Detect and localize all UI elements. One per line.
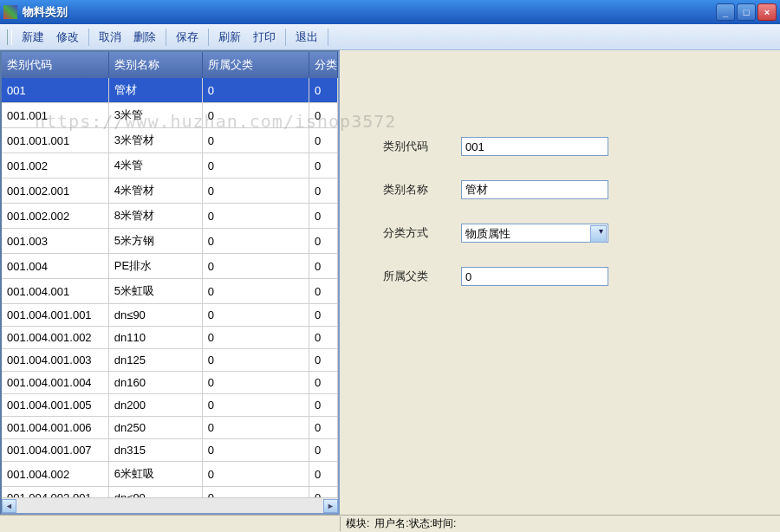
minimize-button[interactable]: _ — [716, 3, 735, 21]
table-row[interactable]: 001.0024米管00 — [2, 153, 338, 178]
table-row[interactable]: 001.0013米管00 — [2, 103, 338, 128]
cell-code: 001.004.001.004 — [2, 372, 108, 394]
cell-parent: 0 — [202, 417, 309, 439]
cancel-button[interactable]: 取消 — [93, 26, 127, 49]
print-button[interactable]: 打印 — [247, 26, 282, 49]
maximize-button[interactable]: □ — [737, 3, 756, 21]
cell-cls: 0 — [309, 204, 337, 229]
horizontal-scrollbar[interactable]: ◄ ► — [2, 497, 338, 513]
cell-cls: 0 — [309, 178, 337, 204]
toolbar-separator — [88, 29, 89, 46]
table-row[interactable]: 001.004.001.006dn25000 — [2, 417, 338, 439]
refresh-button[interactable]: 刷新 — [212, 26, 247, 49]
cell-parent: 0 — [202, 279, 309, 304]
cell-parent: 0 — [202, 304, 309, 327]
table-row[interactable]: 001.004.002.001dn≤9000 — [2, 487, 338, 498]
parent-label: 所属父类 — [383, 269, 461, 284]
toolbar-grip — [7, 29, 12, 45]
cell-code: 001.004 — [2, 254, 108, 279]
cell-code: 001.004.001.003 — [2, 349, 108, 372]
cell-code: 001.001 — [2, 103, 108, 128]
app-icon — [3, 5, 17, 19]
new-button[interactable]: 新建 — [16, 26, 50, 49]
form-row-code: 类别代码 — [383, 137, 737, 156]
statusbar: 模块: 用户名: 状态: 时间: — [0, 515, 780, 532]
cell-name: 管材 — [108, 78, 202, 103]
table-pane: 类别代码 类别名称 所属父类 分类 001管材00001.0013米管00001… — [0, 50, 340, 515]
status-module: 模块: — [340, 516, 374, 531]
cell-cls: 0 — [309, 153, 337, 178]
table-row[interactable]: 001.002.0014米管材00 — [2, 178, 338, 204]
cell-code: 001.004.001.006 — [2, 417, 108, 439]
name-field[interactable] — [461, 180, 608, 199]
exit-button[interactable]: 退出 — [289, 26, 324, 49]
scroll-left-icon[interactable]: ◄ — [2, 499, 16, 513]
cell-cls: 0 — [309, 229, 337, 254]
cell-code: 001.004.001.001 — [2, 304, 108, 327]
method-select[interactable]: 物质属性 — [461, 224, 608, 243]
table-row[interactable]: 001.004PE排水00 — [2, 254, 338, 279]
cell-code: 001.004.001.007 — [2, 439, 108, 462]
table-header-row: 类别代码 类别名称 所属父类 分类 — [2, 52, 338, 78]
cell-name: 8米管材 — [108, 204, 202, 229]
cell-parent: 0 — [202, 327, 309, 349]
cell-parent: 0 — [202, 394, 309, 417]
header-cls[interactable]: 分类 — [309, 52, 337, 78]
cell-cls: 0 — [309, 103, 337, 128]
scroll-right-icon[interactable]: ► — [323, 499, 338, 513]
table-row[interactable]: 001.004.001.002dn11000 — [2, 327, 338, 349]
cell-code: 001.004.002 — [2, 462, 108, 487]
save-button[interactable]: 保存 — [170, 26, 205, 49]
table-row[interactable]: 001.0035米方钢00 — [2, 229, 338, 254]
code-field[interactable] — [461, 137, 608, 156]
cell-parent: 0 — [202, 349, 309, 372]
header-name[interactable]: 类别名称 — [108, 52, 202, 78]
titlebar: 物料类别 _ □ × — [0, 0, 780, 24]
delete-button[interactable]: 删除 — [127, 26, 162, 49]
table-row[interactable]: 001.004.001.005dn20000 — [2, 394, 338, 417]
cell-code: 001.004.002.001 — [2, 487, 108, 498]
cell-parent: 0 — [202, 178, 309, 204]
cell-parent: 0 — [202, 204, 309, 229]
cell-code: 001.002.001 — [2, 178, 108, 204]
table-row[interactable]: 001.004.0026米虹吸00 — [2, 462, 338, 487]
table-scroll[interactable]: 类别代码 类别名称 所属父类 分类 001管材00001.0013米管00001… — [2, 52, 338, 497]
table-row[interactable]: 001.001.0013米管材00 — [2, 128, 338, 153]
cell-name: 5米方钢 — [108, 229, 202, 254]
form-row-parent: 所属父类 — [383, 267, 737, 286]
edit-button[interactable]: 修改 — [50, 26, 85, 49]
cell-name: dn160 — [108, 372, 202, 394]
cell-cls: 0 — [309, 254, 337, 279]
cell-cls: 0 — [309, 417, 337, 439]
cell-name: 3米管材 — [108, 128, 202, 153]
cell-code: 001.004.001.002 — [2, 327, 108, 349]
table-row[interactable]: 001管材00 — [2, 78, 338, 103]
cell-cls: 0 — [309, 462, 337, 487]
table-row[interactable]: 001.004.001.003dn12500 — [2, 349, 338, 372]
cell-name: 3米管 — [108, 103, 202, 128]
table-row[interactable]: 001.004.001.007dn31500 — [2, 439, 338, 462]
header-parent[interactable]: 所属父类 — [202, 52, 309, 78]
table-row[interactable]: 001.004.001.004dn16000 — [2, 372, 338, 394]
table-row[interactable]: 001.004.001.001dn≤9000 — [2, 304, 338, 327]
toolbar-separator — [208, 29, 209, 46]
header-code[interactable]: 类别代码 — [2, 52, 108, 78]
cell-parent: 0 — [202, 462, 309, 487]
cell-name: dn≤90 — [108, 487, 202, 498]
cell-cls: 0 — [309, 327, 337, 349]
cell-code: 001.002.002 — [2, 204, 108, 229]
parent-field[interactable] — [461, 267, 608, 286]
cell-parent: 0 — [202, 487, 309, 498]
cell-parent: 0 — [202, 153, 309, 178]
cell-name: 4米管材 — [108, 178, 202, 204]
cell-name: 6米虹吸 — [108, 462, 202, 487]
toolbar-separator — [328, 29, 328, 46]
cell-code: 001.001.001 — [2, 128, 108, 153]
close-button[interactable]: × — [757, 3, 777, 21]
table-row[interactable]: 001.002.0028米管材00 — [2, 204, 338, 229]
table-row[interactable]: 001.004.0015米虹吸00 — [2, 279, 338, 304]
cell-parent: 0 — [202, 439, 309, 462]
cell-cls: 0 — [309, 349, 337, 372]
cell-parent: 0 — [202, 78, 309, 103]
cell-code: 001.004.001.005 — [2, 394, 108, 417]
